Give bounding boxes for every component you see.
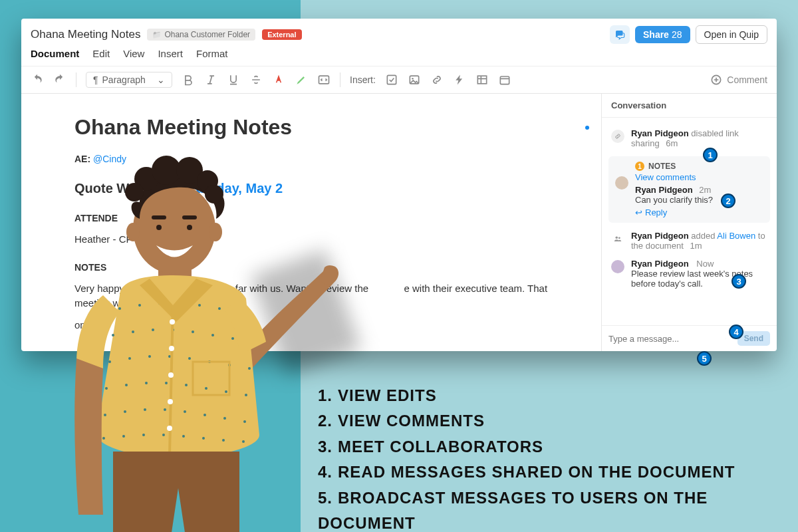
avatar xyxy=(611,260,624,273)
message-input[interactable] xyxy=(608,334,720,344)
highlight-icon[interactable] xyxy=(295,73,308,86)
svg-rect-76 xyxy=(152,215,166,219)
activity-added-user: Ryan Pidgeon added Ali Bowen to the docu… xyxy=(602,227,777,255)
svg-point-59 xyxy=(242,440,245,443)
chat-message: Ryan Pidgeon Now Please review last week… xyxy=(602,255,777,293)
menu-format[interactable]: Format xyxy=(196,48,228,59)
callout-1: 1 xyxy=(703,148,718,162)
svg-point-21 xyxy=(132,331,134,333)
svg-rect-4 xyxy=(477,76,486,84)
menu-view[interactable]: View xyxy=(123,48,144,59)
svg-point-48 xyxy=(184,410,186,413)
link-activity-icon xyxy=(611,130,624,143)
svg-point-50 xyxy=(223,417,226,420)
document-title: Ohana Meeting Notes xyxy=(31,28,140,41)
image-icon[interactable] xyxy=(408,73,421,86)
emoji-icon[interactable] xyxy=(726,332,726,344)
lightning-icon[interactable] xyxy=(453,73,466,86)
svg-point-53 xyxy=(122,435,125,438)
added-user-link[interactable]: Ali Bowen xyxy=(717,231,755,241)
presence-cursor-icon xyxy=(585,126,589,130)
svg-point-38 xyxy=(145,382,148,384)
calendar-icon[interactable] xyxy=(498,73,511,86)
actor-name: Ryan Pidgeon xyxy=(631,231,689,241)
chat-icon xyxy=(614,29,626,41)
svg-point-13 xyxy=(118,307,121,310)
plus-circle-icon xyxy=(710,73,723,86)
paragraph-style-select[interactable]: ¶ Paragraph ⌄ xyxy=(86,72,172,88)
message-time: Now xyxy=(696,259,714,269)
svg-rect-1 xyxy=(387,75,396,84)
legend-item-2: VIEW COMMENTS xyxy=(338,412,485,430)
svg-point-57 xyxy=(202,437,205,440)
redo-icon[interactable] xyxy=(53,73,66,86)
svg-point-35 xyxy=(248,367,251,370)
callout-4: 4 xyxy=(729,325,743,339)
legend-item-5: BROADCAST MESSAGES TO USERS ON THE DOCUM… xyxy=(318,489,708,532)
comment-text: Can you clarify this? xyxy=(635,195,762,205)
legend: 1.VIEW EDITS 2.VIEW COMMENTS 3.MEET COLL… xyxy=(318,383,798,532)
text-color-icon[interactable] xyxy=(272,73,285,86)
svg-point-45 xyxy=(124,410,126,413)
svg-point-79 xyxy=(187,225,192,230)
menu-document[interactable]: Document xyxy=(31,48,79,59)
folder-chip[interactable]: Ohana Customer Folder xyxy=(147,29,255,41)
view-comments-link[interactable]: View comments xyxy=(635,172,762,182)
table-icon[interactable] xyxy=(475,73,489,86)
svg-rect-5 xyxy=(500,76,509,84)
presenter-illustration xyxy=(40,156,346,532)
svg-point-7 xyxy=(616,237,618,239)
activity-time: 6m xyxy=(666,138,678,148)
activity-link-sharing: Ryan Pidgeon disabled link sharing 6m xyxy=(602,124,777,152)
menu-insert[interactable]: Insert xyxy=(158,48,183,59)
open-in-quip-button[interactable]: Open in Quip xyxy=(696,25,768,44)
svg-point-65 xyxy=(168,399,173,404)
underline-icon[interactable] xyxy=(227,73,240,86)
share-count: 28 xyxy=(672,29,682,40)
insert-label: Insert: xyxy=(350,74,376,85)
share-label: Share xyxy=(643,29,669,40)
reply-link[interactable]: Reply xyxy=(635,207,762,217)
svg-point-22 xyxy=(152,329,154,331)
legend-item-3: MEET COLLABORATORS xyxy=(338,438,543,456)
conversation-toggle-button[interactable] xyxy=(610,25,630,44)
doc-heading: Ohana Meeting Notes xyxy=(74,111,561,143)
comment-section-label: NOTES xyxy=(648,162,676,171)
svg-point-40 xyxy=(185,384,188,386)
conversation-heading: Conversation xyxy=(602,94,777,118)
svg-point-52 xyxy=(102,437,105,440)
svg-rect-77 xyxy=(182,215,197,219)
svg-point-64 xyxy=(168,372,174,378)
italic-icon[interactable] xyxy=(204,73,217,86)
checkbox-icon[interactable] xyxy=(385,73,398,86)
svg-point-25 xyxy=(211,334,214,336)
svg-point-30 xyxy=(148,355,151,358)
conversation-sidebar: Conversation Ryan Pidgeon disabled link … xyxy=(601,94,777,351)
svg-point-32 xyxy=(188,357,191,360)
svg-point-9 xyxy=(726,338,726,339)
menu-bar: Document Edit View Insert Format xyxy=(21,44,777,66)
svg-point-44 xyxy=(104,414,106,416)
svg-point-28 xyxy=(108,360,111,363)
strikethrough-icon[interactable] xyxy=(249,73,263,86)
activity-verb: added xyxy=(689,231,718,241)
link-icon[interactable] xyxy=(430,73,444,86)
undo-icon[interactable] xyxy=(31,73,44,86)
comment-time: 2m xyxy=(699,185,711,195)
share-button[interactable]: Share28 xyxy=(635,26,690,43)
svg-point-51 xyxy=(243,420,246,423)
chevron-down-icon: ⌄ xyxy=(157,74,165,85)
add-comment-button[interactable]: Comment xyxy=(710,73,767,86)
svg-point-55 xyxy=(162,434,165,436)
code-block-icon[interactable] xyxy=(317,73,331,86)
svg-point-46 xyxy=(144,408,146,411)
svg-point-47 xyxy=(164,408,166,411)
svg-point-56 xyxy=(182,435,185,438)
title-bar: Ohana Meeting Notes Ohana Customer Folde… xyxy=(21,19,777,44)
svg-point-68 xyxy=(126,223,140,241)
external-badge: External xyxy=(262,29,301,40)
bold-icon[interactable] xyxy=(182,73,195,86)
menu-edit[interactable]: Edit xyxy=(92,48,110,59)
svg-point-39 xyxy=(165,382,168,384)
comment-thread-card[interactable]: 1 NOTES View comments Ryan Pidgeon 2m Ca… xyxy=(608,156,770,223)
